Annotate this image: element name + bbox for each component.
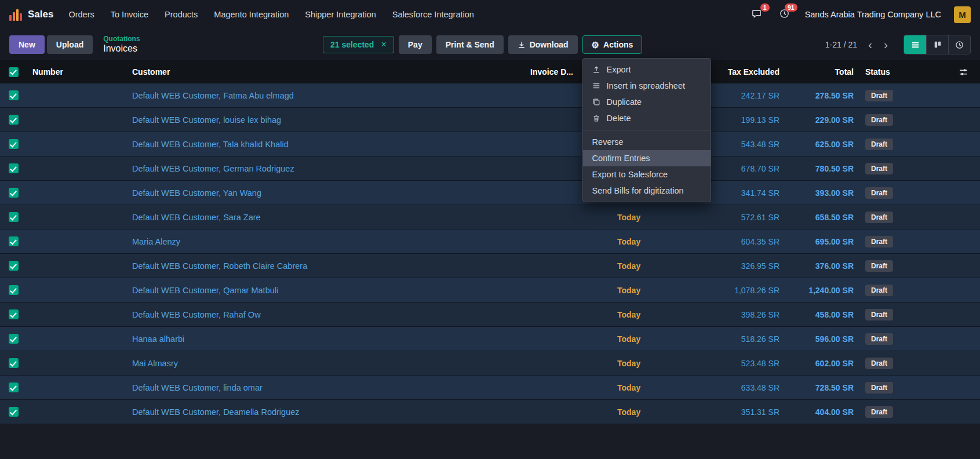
table-row[interactable]: Mai Almasry Today 523.48 SR 602.00 SR Dr… xyxy=(0,351,980,376)
company-name[interactable]: Sands Arabia Trading Company LLC xyxy=(805,10,941,19)
breadcrumb-quotations[interactable]: Quotations xyxy=(103,35,140,43)
activities-button[interactable]: 91 xyxy=(777,7,792,22)
tax-excluded-cell: 351.31 SR xyxy=(693,407,785,417)
status-badge: Draft xyxy=(865,285,893,296)
menu-item-confirm-entries[interactable]: Confirm Entries xyxy=(583,150,711,166)
menu-item-export[interactable]: Export xyxy=(583,61,711,78)
topbar-menu-to-invoice[interactable]: To Invoice xyxy=(111,10,148,19)
customer-link[interactable]: Default WEB Customer, Tala khalid Khalid xyxy=(132,140,289,149)
customer-link[interactable]: Hanaa alharbi xyxy=(132,334,184,344)
total-cell: 695.00 SR xyxy=(785,237,859,246)
topbar-menu-products[interactable]: Products xyxy=(165,10,198,19)
customer-link[interactable]: Default WEB Customer, louise lex bihag xyxy=(132,115,281,125)
pager-next-button[interactable]: › xyxy=(880,39,892,50)
total-cell: 393.00 SR xyxy=(785,188,859,198)
column-header-number[interactable]: Number xyxy=(27,67,126,76)
menu-item-reverse[interactable]: Reverse xyxy=(583,134,711,150)
actions-button[interactable]: ⚙ Actions xyxy=(582,35,643,54)
table-row[interactable]: Hanaa alharbi Today 518.26 SR 596.00 SR … xyxy=(0,327,980,351)
new-button[interactable]: New xyxy=(9,35,45,54)
menu-item-export-to-salesforce[interactable]: Export to Salesforce xyxy=(583,166,711,183)
messages-badge: 1 xyxy=(760,3,770,12)
customer-link[interactable]: Maria Alenzy xyxy=(132,237,180,246)
status-badge: Draft xyxy=(865,187,893,199)
table-row[interactable]: Default WEB Customer, Qamar Matbuli Toda… xyxy=(0,278,980,303)
menu-item-label: Duplicate xyxy=(607,97,642,107)
table-row[interactable]: Default WEB Customer, linda omar Today 6… xyxy=(0,376,980,400)
download-button[interactable]: Download xyxy=(508,35,578,54)
customer-link[interactable]: Default WEB Customer, Robeth Claire Cabr… xyxy=(132,261,307,271)
activity-view-button[interactable] xyxy=(948,35,970,54)
table-row[interactable]: Default WEB Customer, Fatma Abu elmagd T… xyxy=(0,83,980,108)
app-switcher[interactable]: Sales xyxy=(9,8,53,21)
table-row[interactable]: Default WEB Customer, louise lex bihag T… xyxy=(0,108,980,132)
row-checkbox[interactable] xyxy=(9,309,19,319)
topbar: Sales OrdersTo InvoiceProductsMagento In… xyxy=(0,0,980,29)
total-cell: 1,240.00 SR xyxy=(785,286,859,295)
row-checkbox[interactable] xyxy=(9,382,19,392)
table-row[interactable]: Default WEB Customer, German Rodriguez T… xyxy=(0,156,980,181)
spreadsheet-icon xyxy=(592,82,601,90)
customer-link[interactable]: Default WEB Customer, Deamella Rodriguez xyxy=(132,407,300,417)
table-row[interactable]: Default WEB Customer, Deamella Rodriguez… xyxy=(0,400,980,424)
row-checkbox[interactable] xyxy=(9,115,19,125)
table-row[interactable]: Default WEB Customer, Sara Zare Today 57… xyxy=(0,205,980,230)
row-checkbox[interactable] xyxy=(9,163,19,173)
row-checkbox[interactable] xyxy=(9,212,19,222)
row-checkbox[interactable] xyxy=(9,236,19,246)
selection-count: 21 selected xyxy=(330,40,374,49)
tax-excluded-cell: 633.48 SR xyxy=(693,383,785,392)
customer-link[interactable]: Default WEB Customer, linda omar xyxy=(132,383,263,392)
tax-excluded-cell: 604.35 SR xyxy=(693,237,785,246)
column-header-status[interactable]: Status xyxy=(859,67,946,76)
table-header: Number Customer Invoice D... Tax Exclude… xyxy=(0,60,980,83)
list-view-button[interactable] xyxy=(904,35,926,54)
row-checkbox[interactable] xyxy=(9,334,19,344)
tax-excluded-cell: 326.95 SR xyxy=(693,261,785,271)
app-name[interactable]: Sales xyxy=(28,9,53,20)
table-row[interactable]: Default WEB Customer, Rahaf Ow Today 398… xyxy=(0,303,980,327)
pay-button[interactable]: Pay xyxy=(399,35,432,54)
table-row[interactable]: Default WEB Customer, Yan Wang Today 341… xyxy=(0,181,980,205)
topbar-menu-orders[interactable]: Orders xyxy=(68,10,94,19)
total-cell: 658.50 SR xyxy=(785,213,859,222)
due-date-cell: Today xyxy=(611,359,693,368)
customer-link[interactable]: Default WEB Customer, Qamar Matbuli xyxy=(132,286,278,295)
row-checkbox[interactable] xyxy=(9,261,19,271)
column-header-total[interactable]: Total xyxy=(785,67,859,76)
menu-item-send-bills-for-digitization[interactable]: Send Bills for digitization xyxy=(583,183,711,199)
topbar-menu-shipper-integration[interactable]: Shipper Integration xyxy=(305,10,376,19)
customer-link[interactable]: Default WEB Customer, Yan Wang xyxy=(132,188,261,198)
topbar-menu-salesforce-integration[interactable]: Salesforce Integration xyxy=(392,10,474,19)
column-header-customer[interactable]: Customer xyxy=(126,67,524,76)
customer-link[interactable]: Default WEB Customer, German Rodriguez xyxy=(132,164,294,173)
table-row[interactable]: Default WEB Customer, Tala khalid Khalid… xyxy=(0,132,980,156)
menu-item-delete[interactable]: Delete xyxy=(583,110,711,126)
menu-item-label: Confirm Entries xyxy=(592,154,650,163)
kanban-view-button[interactable] xyxy=(926,35,948,54)
row-checkbox[interactable] xyxy=(9,285,19,295)
clear-selection-icon[interactable]: × xyxy=(381,41,386,48)
row-checkbox[interactable] xyxy=(9,358,19,368)
user-avatar[interactable]: M xyxy=(954,6,971,23)
table-row[interactable]: Default WEB Customer, Robeth Claire Cabr… xyxy=(0,254,980,278)
status-badge: Draft xyxy=(865,309,893,320)
row-checkbox[interactable] xyxy=(9,188,19,198)
pager-previous-button[interactable]: ‹ xyxy=(864,39,876,50)
row-checkbox[interactable] xyxy=(9,139,19,149)
upload-button[interactable]: Upload xyxy=(47,35,93,54)
menu-item-duplicate[interactable]: Duplicate xyxy=(583,94,711,110)
row-checkbox[interactable] xyxy=(9,407,19,417)
row-checkbox[interactable] xyxy=(9,90,19,100)
print-send-button[interactable]: Print & Send xyxy=(436,35,504,54)
customer-link[interactable]: Default WEB Customer, Fatma Abu elmagd xyxy=(132,91,294,100)
customer-link[interactable]: Default WEB Customer, Sara Zare xyxy=(132,213,261,222)
select-all-checkbox[interactable] xyxy=(9,67,19,77)
messages-button[interactable]: 1 xyxy=(749,7,764,22)
menu-item-insert-in-spreadsheet[interactable]: Insert in spreadsheet xyxy=(583,78,711,94)
customer-link[interactable]: Default WEB Customer, Rahaf Ow xyxy=(132,310,261,319)
customer-link[interactable]: Mai Almasry xyxy=(132,359,178,368)
table-row[interactable]: Maria Alenzy Today 604.35 SR 695.00 SR D… xyxy=(0,230,980,254)
topbar-menu-magento-integration[interactable]: Magento Integration xyxy=(214,10,289,19)
column-options-button[interactable] xyxy=(946,67,980,77)
